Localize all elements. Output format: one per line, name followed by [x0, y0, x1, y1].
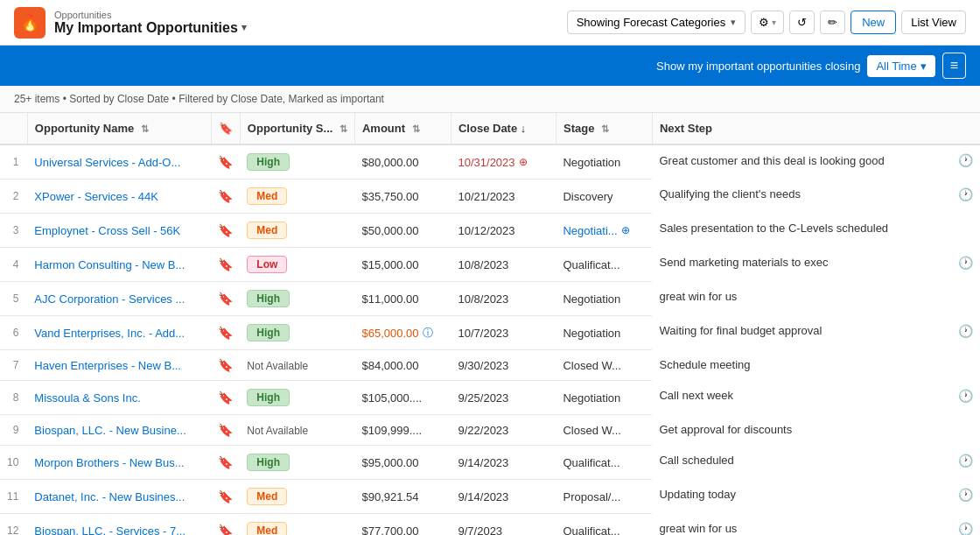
opportunity-name-link[interactable]: Datanet, Inc. - New Busines... [34, 490, 185, 503]
clock-icon[interactable]: 🕐 [958, 187, 973, 201]
title-chevron-icon: ▾ [242, 22, 247, 33]
stage-cell: Negotiation [556, 282, 652, 316]
amount-value: $90,921.54 [361, 490, 418, 503]
score-badge: High [247, 290, 290, 307]
next-step-text: great win for us [659, 522, 737, 535]
opportunity-name-link[interactable]: Harmon Consulting - New B... [34, 258, 185, 271]
bookmark-icon[interactable]: 🔖 [218, 524, 233, 535]
opportunity-name-link[interactable]: XPower - Services - 44K [34, 190, 158, 203]
stage-sort-icon: ⇅ [601, 123, 609, 134]
bookmark-icon[interactable]: 🔖 [218, 189, 233, 203]
score-badge: Med [247, 222, 287, 239]
opportunity-name-link[interactable]: Universal Services - Add-O... [34, 156, 180, 169]
opportunity-name-cell: Harmon Consulting - New B... [27, 248, 211, 282]
bookmark-cell: 🔖 [211, 415, 240, 446]
bookmark-icon[interactable]: 🔖 [218, 423, 233, 437]
opportunity-name-link[interactable]: Biospan, LLC. - New Busine... [34, 424, 186, 437]
banner-menu-button[interactable]: ≡ [942, 53, 966, 79]
all-time-button[interactable]: All Time ▾ [867, 55, 934, 77]
bookmark-icon[interactable]: 🔖 [218, 358, 233, 372]
new-button[interactable]: New [850, 11, 896, 34]
opportunity-name-cell: Universal Services - Add-O... [27, 144, 211, 180]
next-step-text: Call next week [659, 389, 733, 402]
stage-cell: Negotiation [556, 381, 652, 415]
app-title[interactable]: My Important Opportunities ▾ [54, 20, 247, 36]
score-badge: Med [247, 488, 287, 505]
clock-icon[interactable]: 🕐 [958, 488, 973, 502]
edit-button[interactable]: ✏ [820, 11, 845, 34]
bookmark-icon[interactable]: 🔖 [218, 223, 233, 237]
opportunity-name-cell: Vand Enterprises, Inc. - Add... [27, 316, 211, 350]
bookmark-cell: 🔖 [211, 480, 240, 514]
score-cell: High [240, 282, 354, 316]
clock-icon[interactable]: 🕐 [958, 256, 973, 270]
opportunity-name-cell: Employnet - Cross Sell - 56K [27, 214, 211, 248]
refresh-button[interactable]: ↺ [789, 11, 815, 34]
amount-cell: $95,000.00 [354, 446, 451, 480]
amount-cell: $105,000.... [354, 381, 451, 415]
opportunity-name-link[interactable]: Vand Enterprises, Inc. - Add... [34, 327, 185, 340]
clock-icon[interactable]: 🕐 [958, 454, 973, 468]
bookmark-icon[interactable]: 🔖 [218, 489, 233, 503]
opportunities-table: Opportunity Name ⇅ 🔖 Opportunity S... ⇅ … [0, 113, 980, 535]
score-cell: Low [240, 248, 354, 282]
clock-icon[interactable]: 🕐 [958, 522, 973, 536]
stage-link[interactable]: Negotiati... [563, 224, 617, 237]
col-header-score[interactable]: Opportunity S... ⇅ [240, 113, 354, 144]
opportunity-name-link[interactable]: AJC Corporation - Services ... [34, 292, 185, 306]
next-step-cell: Waiting for final budget approval🕐 [652, 316, 980, 346]
table-row: 2XPower - Services - 44K🔖Med$35,750.0010… [0, 180, 980, 214]
close-date-value: 10/8/2023 [451, 282, 556, 316]
next-step-text: Get approval for discounts [659, 423, 792, 436]
col-header-stage[interactable]: Stage ⇅ [556, 113, 652, 144]
app-logo: 🔥 [14, 7, 46, 39]
bookmark-icon[interactable]: 🔖 [218, 292, 233, 306]
close-date-value: 10/8/2023 [451, 248, 556, 282]
bookmark-icon[interactable]: 🔖 [218, 155, 233, 169]
bookmark-icon[interactable]: 🔖 [218, 391, 233, 405]
col-header-amount[interactable]: Amount ⇅ [354, 113, 451, 144]
stage-value: Discovery [563, 190, 612, 203]
table-row: 5AJC Corporation - Services ...🔖High$11,… [0, 282, 980, 316]
amount-cell: $50,000.00 [354, 214, 451, 248]
blue-banner: Show my important opportunities closing … [0, 46, 980, 86]
stage-cell: Negotiation [556, 316, 652, 350]
next-step-cell: Qualifying the client's needs🕐 [652, 180, 980, 209]
col-header-closedate[interactable]: Close Date ↓ [451, 113, 556, 144]
amount-cell: $77,700.00 [354, 514, 451, 536]
score-badge: Med [247, 187, 287, 205]
opportunity-name-link[interactable]: Employnet - Cross Sell - 56K [34, 224, 180, 237]
opportunity-name-link[interactable]: Missoula & Sons Inc. [34, 391, 140, 405]
table-row: 1Universal Services - Add-O...🔖High$80,0… [0, 144, 980, 180]
list-view-button[interactable]: List View [901, 11, 966, 34]
score-cell: High [240, 381, 354, 415]
col-header-name[interactable]: Opportunity Name ⇅ [27, 113, 211, 144]
amount-info-icon[interactable]: ⓘ [423, 326, 433, 341]
amount-value: $11,000.00 [361, 292, 418, 306]
clock-icon[interactable]: 🕐 [958, 153, 973, 167]
clock-icon[interactable]: 🕐 [958, 324, 973, 338]
col-header-nextstep[interactable]: Next Step [652, 113, 980, 144]
opportunity-name-link[interactable]: Morpon Brothers - New Bus... [34, 456, 184, 469]
score-badge: High [247, 454, 290, 471]
forecast-filter-button[interactable]: Showing Forecast Categories ▾ [567, 11, 746, 34]
gear-button[interactable]: ⚙ ▾ [751, 11, 784, 34]
time-chevron-icon: ▾ [920, 60, 927, 73]
opportunity-name-link[interactable]: Biospan, LLC. - Services - 7... [34, 524, 186, 536]
filter-chevron-icon: ▾ [731, 17, 736, 28]
stage-cell: Negotiation [556, 144, 652, 180]
amount-value: $105,000.... [361, 391, 422, 405]
stage-info-icon[interactable]: ⊕ [621, 224, 630, 236]
stage-cell: Qualificat... [556, 446, 652, 480]
bookmark-icon[interactable]: 🔖 [218, 326, 233, 340]
bookmark-cell: 🔖 [211, 282, 240, 316]
score-cell: Med [240, 480, 354, 514]
opportunity-name-link[interactable]: Haven Enterprises - New B... [34, 359, 181, 372]
bookmark-icon[interactable]: 🔖 [218, 257, 233, 271]
hamburger-icon: ≡ [950, 58, 958, 74]
banner-text: Show my important opportunities closing [656, 60, 860, 73]
clock-icon[interactable]: 🕐 [958, 389, 973, 403]
bookmark-cell: 🔖 [211, 214, 240, 248]
bookmark-icon[interactable]: 🔖 [218, 455, 233, 469]
next-step-cell: Schedule meeting [652, 350, 980, 379]
